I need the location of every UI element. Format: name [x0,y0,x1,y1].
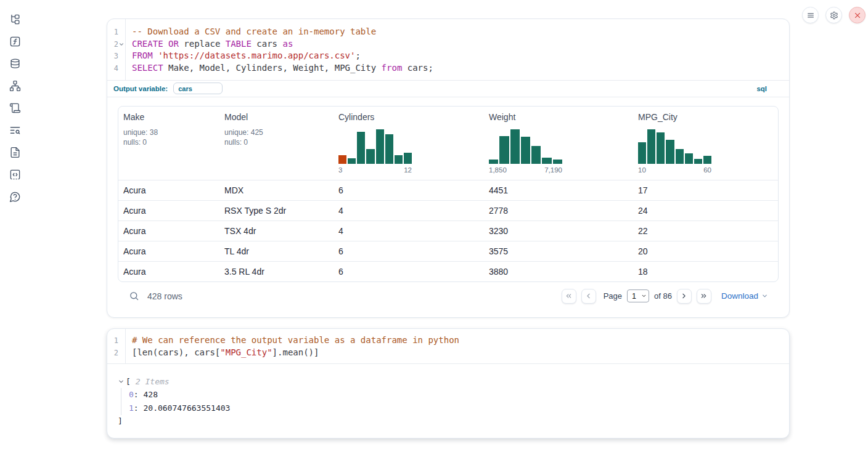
chevron-down-icon [118,378,125,385]
line-number-text: 3 [114,52,118,60]
sidebar-datasources-button[interactable] [9,58,21,70]
histogram-bar [531,146,541,164]
line-number: 3 [107,50,125,62]
column-header-weight[interactable]: Weight1,8507,190 [484,107,633,180]
chevron-right-icon [680,292,688,300]
code-line[interactable]: -- Download a CSV and create an in-memor… [132,26,789,38]
line-number: 1 [107,334,125,347]
help-bubble-icon [9,191,21,203]
code-token: -- Download a CSV and create an in-memor… [132,26,376,36]
settings-button[interactable] [825,7,842,23]
item-value: 20.060747663551403 [143,403,230,413]
column-name: Weight [489,112,628,122]
language-badge: sql [756,85,767,92]
hamburger-icon [806,11,815,20]
shutdown-button[interactable] [849,7,866,23]
code-line[interactable]: FROM 'https://datasets.marimo.app/cars.c… [132,50,789,62]
table-row[interactable]: Acura3.5 RL 4dr6388018 [118,261,778,281]
output-variable-label: Output variable: [113,85,168,92]
code-token: FROM [132,51,153,60]
database-icon [9,58,21,70]
item-index: 0 [129,390,134,399]
axis-min-label: 3 [338,166,342,174]
sidebar-scratchpad-button[interactable] [9,102,21,114]
sidebar-documentation-button[interactable] [9,147,21,158]
table-footer: 428 rows Page 1 of 86 [118,282,779,310]
sidebar-file-explorer-button[interactable] [9,14,21,25]
code-line[interactable]: CREATE OR replace TABLE cars as [132,38,789,51]
code-token: cars; [402,63,433,73]
column-histogram [489,129,562,164]
table-cell: 17 [633,180,778,200]
code-token: # We can reference the output variable a… [132,335,459,345]
sidebar-logs-button[interactable] [9,124,21,136]
histogram-bar [395,155,403,164]
table-row[interactable]: AcuraRSX Type S 2dr4277824 [118,200,778,220]
notebook-actions [802,7,866,23]
search-button[interactable] [128,291,139,302]
collapse-button[interactable] [118,378,125,385]
table-cell: 4 [334,201,484,220]
gear-icon [830,11,838,20]
table-cell: RSX Type S 2dr [219,201,334,220]
axis-min-label: 1,850 [489,166,507,174]
table-cell: TSX 4dr [219,221,334,241]
item-index: 1 [129,403,134,413]
table-output: Makeunique: 38nulls: 0Modelunique: 425nu… [107,97,789,310]
output-variable-input[interactable] [173,83,223,94]
items-count-label: 2 Items [136,377,170,386]
code-token: TABLE [226,39,252,49]
table-cell: 6 [334,262,484,281]
python-code-editor[interactable]: 12# We can reference the output variable… [107,329,789,364]
menu-button[interactable] [802,7,819,23]
column-header-mpg_city[interactable]: MPG_City1060 [633,107,778,180]
sidebar-variables-button[interactable] [9,36,21,47]
column-name: Model [224,112,329,122]
sql-code-editor[interactable]: 1234-- Download a CSV and create an in-m… [107,19,789,81]
table-cell: 24 [633,201,778,220]
prev-page-button[interactable] [581,289,596,304]
first-page-button[interactable] [562,289,576,304]
code-line[interactable]: [len(cars), cars["MPG_City"].mean()] [132,347,789,359]
helper-sidebar [0,0,30,203]
sidebar-help-button[interactable] [9,191,21,203]
data-table: Makeunique: 38nulls: 0Modelunique: 425nu… [118,106,779,282]
fold-chevron-icon[interactable] [118,41,125,47]
code-token: ].mean()] [272,347,319,357]
column-header-model[interactable]: Modelunique: 425nulls: 0 [219,107,334,180]
code-lines: # We can reference the output variable a… [126,329,789,363]
table-row[interactable]: AcuraTSX 4dr4323022 [118,220,778,241]
code-line[interactable]: SELECT Make, Model, Cylinders, Weight, M… [132,62,789,75]
table-cell: Acura [118,180,219,200]
sidebar-dependency-graph-button[interactable] [9,80,21,92]
table-cell: TL 4dr [219,241,334,261]
line-number: 1 [107,26,125,38]
column-histogram [638,129,711,164]
fold-spacer [118,53,125,59]
table-body: AcuraMDX6445117AcuraRSX Type S 2dr427782… [118,180,778,281]
last-page-button[interactable] [697,289,711,304]
column-name: MPG_City [638,112,773,122]
table-row[interactable]: AcuraMDX6445117 [118,180,778,200]
histogram-bar [676,149,684,164]
next-page-button[interactable] [677,289,692,304]
line-number-text: 4 [114,64,118,73]
histogram-bar [694,159,702,164]
table-cell: 2778 [484,201,633,220]
column-header-cylinders[interactable]: Cylinders312 [334,107,484,180]
code-token [153,51,158,60]
table-cell: 4 [334,221,484,241]
column-header-make[interactable]: Makeunique: 38nulls: 0 [118,107,219,180]
code-lines: -- Download a CSV and create an in-memor… [126,19,789,80]
histogram-bar [657,132,665,163]
code-line[interactable]: # We can reference the output variable a… [132,334,789,347]
sidebar-snippets-button[interactable] [9,169,21,180]
page-select[interactable]: 1 [627,289,649,302]
histogram-bar [647,129,655,164]
download-button[interactable]: Download [721,291,768,301]
open-bracket: [ [126,377,131,386]
histogram-bar [348,158,356,164]
table-row[interactable]: AcuraTL 4dr6357520 [118,241,778,261]
code-token: "MPG_City" [220,347,272,357]
code-token [163,39,168,49]
